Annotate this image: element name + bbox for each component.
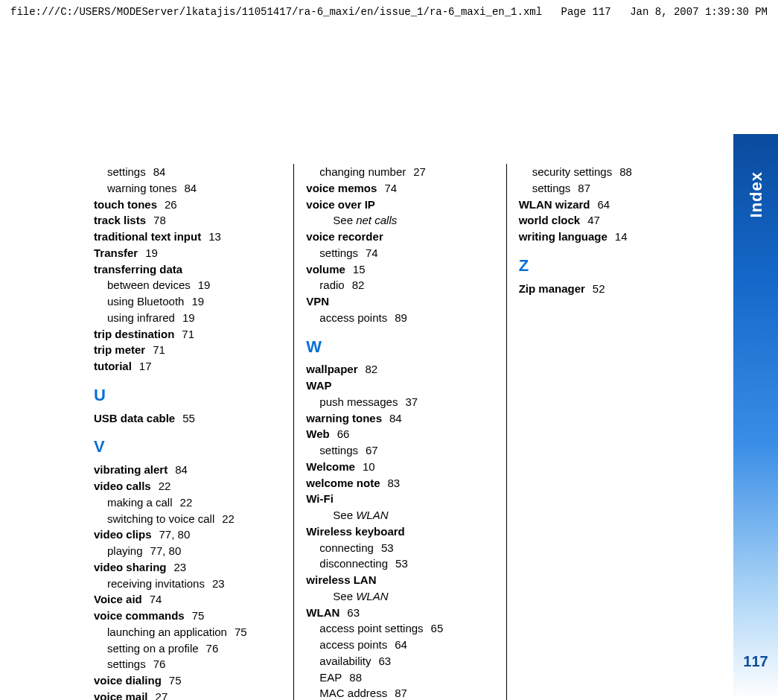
index-subentry: setting on a profile76	[94, 640, 281, 657]
page-header: file:///C:/USERS/MODEServer/lkatajis/110…	[0, 0, 778, 18]
index-entry: track lists78	[94, 212, 281, 229]
index-subentry: settings76	[94, 656, 281, 672]
index-entry: video calls22	[94, 478, 281, 494]
index-entry: voice commands75	[94, 608, 281, 624]
section-letter-w: W	[306, 335, 494, 359]
index-subentry: radio82	[306, 277, 494, 293]
index-entry: USB data cable55	[94, 410, 281, 427]
tab-label: Index	[747, 171, 766, 217]
index-entry: Web66	[306, 426, 494, 442]
index-subentry: connecting53	[306, 540, 494, 556]
index-subentry: using infrared19	[94, 310, 281, 326]
index-entry: WLAN63	[306, 605, 494, 621]
file-path: file:///C:/USERS/MODEServer/lkatajis/110…	[10, 6, 542, 18]
index-entry: voice mail27	[94, 689, 281, 700]
index-entry: vibrating alert84	[94, 462, 281, 478]
index-subentry: settings87	[519, 180, 707, 197]
index-subentry: access points89	[306, 310, 494, 326]
index-entry: voice dialing75	[94, 672, 281, 689]
index-entry: trip destination71	[94, 326, 281, 343]
index-subentry: availability63	[306, 653, 494, 669]
index-subentry: launching an application75	[94, 624, 281, 640]
index-subentry: settings84	[94, 164, 281, 180]
index-entry: wallpaper82	[306, 361, 494, 378]
index-entry: writing language14	[519, 229, 707, 245]
section-letter-z: Z	[519, 254, 707, 278]
section-letter-v: V	[94, 435, 281, 459]
index-entry: wireless LAN	[306, 572, 494, 588]
index-entry: voice memos74	[306, 180, 494, 197]
index-entry: Wireless keyboard	[306, 524, 494, 540]
index-subentry: settings74	[306, 245, 494, 261]
index-entry: voice recorder	[306, 229, 494, 245]
section-letter-u: U	[94, 384, 281, 407]
index-column-3: security settings88 settings87 WLAN wiza…	[506, 164, 718, 700]
index-subentry: warning tones84	[94, 180, 281, 197]
index-entry: trip meter71	[94, 342, 281, 358]
index-entry: welcome note83	[306, 475, 494, 491]
index-subentry: changing number27	[306, 164, 494, 180]
page-label: Page 117	[561, 6, 611, 18]
index-see: See net calls	[306, 212, 494, 229]
index-subentry: disconnecting53	[306, 556, 494, 572]
index-subentry: security settings88	[519, 164, 707, 180]
index-entry: WAP	[306, 378, 494, 394]
side-tab: Index 117	[733, 134, 778, 700]
index-column-1: settings84 warning tones84 touch tones26…	[82, 164, 293, 700]
index-entry: Welcome10	[306, 459, 494, 475]
index-entry: voice over IP	[306, 197, 494, 213]
index-subentry: playing77, 80	[94, 543, 281, 559]
index-entry: warning tones84	[306, 410, 494, 427]
index-subentry: between devices19	[94, 277, 281, 293]
index-entry: tutorial17	[94, 358, 281, 375]
index-entry: Voice aid74	[94, 591, 281, 608]
index-entry: WLAN wizard64	[519, 197, 707, 213]
index-subentry: using Bluetooth19	[94, 293, 281, 310]
index-entry: Transfer19	[94, 245, 281, 261]
index-entry: Zip manager52	[519, 281, 707, 297]
datetime: Jan 8, 2007 1:39:30 PM	[630, 6, 768, 18]
index-subentry: switching to voice call22	[94, 511, 281, 527]
index-subentry: settings67	[306, 442, 494, 459]
index-see: See WLAN	[306, 507, 494, 524]
index-subentry: access points64	[306, 637, 494, 653]
index-entry: traditional text input13	[94, 229, 281, 245]
index-content: settings84 warning tones84 touch tones26…	[82, 164, 718, 700]
index-subentry: receiving invitations23	[94, 576, 281, 592]
index-entry: transferring data	[94, 261, 281, 278]
index-entry: Wi-Fi	[306, 491, 494, 507]
index-subentry: making a call22	[94, 494, 281, 511]
index-entry: video clips77, 80	[94, 526, 281, 543]
index-entry: touch tones26	[94, 197, 281, 213]
page-number: 117	[733, 653, 778, 670]
index-entry: world clock47	[519, 212, 707, 229]
index-column-2: changing number27 voice memos74 voice ov…	[293, 164, 506, 700]
index-subentry: push messages37	[306, 394, 494, 410]
index-see: See WLAN	[306, 588, 494, 605]
index-entry: volume15	[306, 261, 494, 278]
index-entry: video sharing23	[94, 559, 281, 576]
index-subentry: access point settings65	[306, 620, 494, 637]
index-entry: VPN	[306, 293, 494, 310]
index-subentry: MAC address87	[306, 685, 494, 700]
index-subentry: EAP88	[306, 669, 494, 686]
